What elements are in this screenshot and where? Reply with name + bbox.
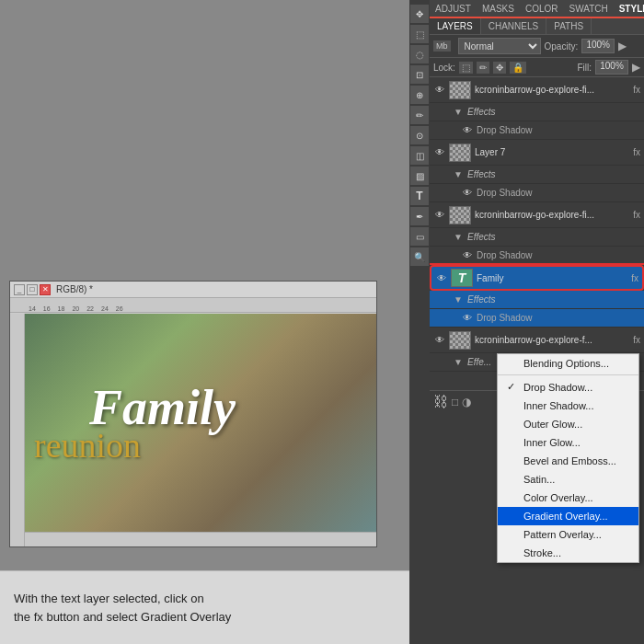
layer-thumbnail [449, 144, 471, 162]
effects-label: Effects [467, 294, 496, 305]
marquee-tool[interactable]: ⬚ [410, 25, 429, 43]
effects-label: Effects [467, 107, 496, 117]
effects-fold-icon[interactable]: ▼ [452, 293, 465, 306]
effects-label: Effects [467, 169, 496, 179]
drop-shadow-label: Drop Shadow [477, 188, 533, 198]
shape-tool[interactable]: ▭ [410, 227, 429, 246]
mb-badge: Mb [433, 40, 451, 52]
lock-image[interactable]: ✏ [477, 62, 489, 74]
reunion-text-canvas: reunion [34, 428, 367, 463]
eye-icon[interactable]: 👁 [433, 146, 446, 159]
context-menu: Blending Options... ✓ Drop Shadow... Inn… [497, 353, 639, 563]
canvas-image: Family reunion [25, 314, 376, 532]
tools-bar: ✥ ⬚ ◌ ⊡ ⊕ ✏ ⊙ ◫ ▨ T ✒ ▭ 🔍 [409, 0, 430, 644]
brush-tool[interactable]: ✏ [410, 106, 429, 124]
layer-tab-bar: LAYERS CHANNELS PATHS [430, 18, 644, 35]
opacity-value[interactable]: 100% [581, 39, 615, 53]
family-layer-name: Family [477, 273, 629, 283]
ruler-vertical [10, 314, 25, 546]
tab-layers[interactable]: LAYERS [430, 18, 481, 34]
eye-icon[interactable]: 👁 [461, 248, 474, 261]
eye-icon[interactable]: 👁 [433, 84, 446, 97]
caption-text: With the text layer selected, click on t… [14, 590, 231, 626]
layer-name: kcroninbarrow-go-explore-f... [475, 335, 631, 345]
gradient-tool[interactable]: ▨ [410, 167, 429, 185]
move-tool[interactable]: ✥ [410, 5, 429, 23]
link-icon[interactable]: ⛓ [433, 394, 448, 410]
eye-icon[interactable]: 👁 [461, 312, 474, 325]
tab-styles[interactable]: STYLES [614, 2, 644, 16]
drop-shadow-row: 👁 Drop Shadow [430, 121, 644, 140]
tab-masks[interactable]: MASKS [477, 2, 520, 16]
close-button[interactable]: ✕ [40, 284, 51, 295]
fill-value[interactable]: 100% [595, 60, 628, 75]
top-tab-bar: ADJUST MASKS COLOR SWATCH STYLES [430, 0, 644, 18]
window-controls[interactable]: _ □ ✕ [14, 284, 51, 295]
lasso-tool[interactable]: ◌ [410, 45, 429, 63]
lock-all[interactable]: 🔒 [510, 62, 526, 74]
layer-name: kcroninbarrow-go-explore-fi... [475, 210, 631, 220]
effects-fold-icon[interactable]: ▼ [452, 231, 465, 244]
zoom-tool[interactable]: 🔍 [410, 247, 429, 266]
drop-shadow-label: Drop Shadow [477, 313, 533, 323]
eye-icon[interactable]: 👁 [435, 271, 448, 284]
menu-drop-shadow[interactable]: ✓ Drop Shadow... [498, 377, 638, 397]
fx-badge: fx [633, 147, 640, 157]
eye-icon[interactable]: 👁 [433, 209, 446, 222]
eye-icon[interactable]: 👁 [433, 334, 446, 347]
blend-mode-select[interactable]: Normal [458, 38, 541, 54]
drop-shadow-row-selected: 👁 Drop Shadow [430, 309, 644, 328]
tab-adjust[interactable]: ADJUST [430, 2, 477, 16]
eye-icon[interactable]: 👁 [461, 187, 474, 200]
canvas-content: Family reunion [25, 314, 376, 532]
layer-item[interactable]: 👁 Layer 7 fx [430, 140, 644, 166]
menu-outer-glow[interactable]: Outer Glow... [498, 415, 638, 433]
check-mark-icon: ✓ [507, 381, 518, 393]
menu-stroke[interactable]: Stroke... [498, 544, 638, 562]
layer-item[interactable]: 👁 kcroninbarrow-go-explore-fi... fx [430, 77, 644, 103]
restore-button[interactable]: □ [27, 284, 38, 295]
opacity-label: Opacity: [545, 41, 579, 52]
tab-swatch[interactable]: SWATCH [563, 2, 613, 16]
tab-channels[interactable]: CHANNELS [481, 18, 546, 34]
effects-fold-icon[interactable]: ▼ [452, 168, 465, 181]
family-layer-item[interactable]: 👁 T Family fx [430, 265, 644, 291]
clone-tool[interactable]: ⊙ [410, 126, 429, 144]
fx-badge: fx [633, 335, 640, 345]
layer-thumbnail-text: T [451, 269, 473, 287]
menu-color-overlay[interactable]: Color Overlay... [498, 489, 638, 507]
menu-gradient-overlay[interactable]: Gradient Overlay... [498, 507, 638, 525]
opacity-arrow[interactable]: ▶ [618, 40, 627, 52]
add-style-icon[interactable]: □ [452, 396, 458, 408]
layer-thumbnail [449, 81, 471, 99]
tab-paths[interactable]: PATHS [546, 18, 592, 34]
menu-bevel-emboss[interactable]: Bevel and Emboss... [498, 452, 638, 470]
menu-satin[interactable]: Satin... [498, 470, 638, 489]
effects-row: ▼ Effects [430, 166, 644, 184]
eraser-tool[interactable]: ◫ [410, 146, 429, 165]
text-tool[interactable]: T [410, 187, 429, 205]
layer-item[interactable]: 👁 kcroninbarrow-go-explore-f... fx [430, 328, 644, 353]
scrollbar-horizontal[interactable] [25, 532, 376, 546]
fill-arrow[interactable]: ▶ [632, 61, 640, 74]
menu-inner-glow[interactable]: Inner Glow... [498, 433, 638, 452]
canvas-titlebar: _ □ ✕ RGB/8) * [10, 282, 376, 298]
fx-badge: fx [633, 210, 640, 220]
layer-thumbnail [449, 331, 471, 350]
adjustment-icon[interactable]: ◑ [462, 396, 471, 408]
effects-fold-icon[interactable]: ▼ [452, 106, 465, 119]
pen-tool[interactable]: ✒ [410, 207, 429, 225]
lock-transparency[interactable]: ⬚ [459, 62, 473, 74]
lock-position[interactable]: ✥ [493, 62, 506, 74]
menu-pattern-overlay[interactable]: Pattern Overlay... [498, 525, 638, 544]
effects-fold-icon[interactable]: ▼ [452, 356, 465, 369]
crop-tool[interactable]: ⊡ [410, 65, 429, 84]
menu-blending-options[interactable]: Blending Options... [498, 354, 638, 373]
minimize-button[interactable]: _ [14, 284, 25, 295]
eyedropper-tool[interactable]: ⊕ [410, 86, 429, 104]
layer-thumbnail [449, 206, 471, 224]
eye-icon[interactable]: 👁 [461, 124, 474, 137]
tab-color[interactable]: COLOR [520, 2, 564, 16]
layer-item[interactable]: 👁 kcroninbarrow-go-explore-fi... fx [430, 202, 644, 228]
menu-inner-shadow[interactable]: Inner Shadow... [498, 397, 638, 415]
